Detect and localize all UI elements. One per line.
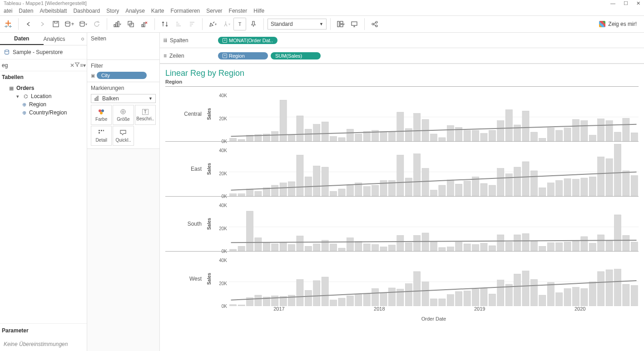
text-icon[interactable]: T [233,18,246,30]
maximize-icon[interactable]: ☐ [624,0,628,6]
menu-worksheet[interactable]: Arbeitsblatt [40,8,67,14]
close-icon[interactable]: ✕ [636,0,640,6]
chart-container: CentralSales0K20K40KEastSales0K20K40KSou… [160,86,644,351]
svg-rect-157 [430,242,437,251]
sort-asc-icon[interactable] [172,18,185,30]
row-pill-sales[interactable]: SUM(Sales) [271,52,321,59]
sort-desc-icon[interactable] [186,18,198,30]
plot-area[interactable] [229,87,639,141]
svg-rect-133 [230,249,237,251]
fit-dropdown[interactable]: Standard▼ [268,19,327,30]
menu-format[interactable]: Formatieren [171,8,200,14]
svg-rect-136 [255,238,262,251]
share-icon[interactable] [368,18,381,30]
viz-title[interactable]: Linear Reg by Region [160,64,644,79]
mark-size[interactable]: Größe [113,105,134,125]
plot-area[interactable] [229,252,639,306]
svg-rect-215 [489,294,495,306]
redo-icon[interactable] [36,18,49,30]
clear-sheet-icon[interactable] [138,18,151,30]
filter-pill-city[interactable]: City [97,72,147,79]
menu-window[interactable]: Fenster [229,8,248,14]
menu-map[interactable]: Karte [151,8,164,14]
highlight-icon[interactable]: ▾ [206,18,219,30]
swap-icon[interactable] [159,18,171,30]
pages-shelf[interactable]: Seiten [87,33,159,60]
search-input[interactable] [2,62,70,69]
field-region[interactable]: ⊕Region [2,100,85,109]
menu-analysis[interactable]: Analyse [125,8,145,14]
pin-icon[interactable] [247,18,260,30]
folder-location[interactable]: ▾⌬Location [2,92,85,100]
svg-rect-61 [481,133,487,141]
svg-rect-20 [98,96,99,101]
menu-dashboard[interactable]: Dashboard [73,8,100,14]
parameter-label: Parameter [0,323,87,337]
svg-point-2 [80,21,84,23]
table-orders[interactable]: ▦Orders [2,84,85,92]
mark-type-dropdown[interactable]: Balken▼ [91,94,156,103]
show-me-button[interactable]: Zeig es mir! [599,21,642,27]
group-icon[interactable]: ▾ [220,18,233,30]
svg-rect-200 [363,294,370,306]
rows-shelf[interactable]: ≡Zeilen +Region SUM(Sales) [160,48,644,64]
svg-rect-147 [347,238,353,251]
svg-rect-206 [414,272,421,306]
svg-rect-229 [606,270,613,306]
refresh-icon[interactable] [90,18,103,30]
svg-rect-165 [497,235,504,251]
filter-icon[interactable] [74,62,80,69]
svg-rect-153 [397,235,404,251]
menu-file[interactable]: atei [4,8,12,14]
undo-icon[interactable] [22,18,35,30]
clear-search-icon[interactable]: ✕ [70,62,74,69]
facet-central: CentralSales0K20K40K [165,86,639,141]
svg-rect-36 [272,132,278,141]
duplicate-icon[interactable] [124,18,137,30]
show-cards-icon[interactable]: ▾ [334,18,347,30]
menu-help[interactable]: Hilfe [253,8,264,14]
filter-context-icon: ▣ [91,73,95,78]
view-options-icon[interactable]: ≡▾ [80,62,86,69]
columns-shelf[interactable]: iiiSpalten +MONAT(Order Dat.. [160,33,644,48]
svg-rect-18 [95,99,96,101]
menu-server[interactable]: Server [206,8,222,14]
tab-analytics[interactable]: Analytics [44,33,87,45]
y-axis: Sales0K20K40K [206,197,229,251]
svg-rect-176 [589,243,596,251]
svg-rect-154 [405,242,412,251]
menu-data[interactable]: Daten [19,8,33,14]
svg-rect-49 [380,132,387,141]
new-datasource-icon[interactable]: + [63,18,76,30]
svg-rect-47 [363,132,370,141]
tab-data[interactable]: Daten [0,33,44,45]
new-worksheet-icon[interactable]: ▾ [111,18,124,30]
show-me-icon [599,21,605,27]
svg-rect-169 [530,241,537,251]
col-pill-month[interactable]: +MONAT(Order Dat.. [218,37,277,44]
menu-story[interactable]: Story [106,8,119,14]
minimize-icon[interactable]: — [610,0,615,6]
datasource-row[interactable]: Sample - Superstore [0,45,87,59]
facet-label: South [165,197,206,251]
mark-color[interactable]: Farbe [91,105,112,125]
plot-area[interactable] [229,197,639,251]
svg-rect-114 [497,168,504,196]
svg-rect-225 [572,287,579,306]
mark-label[interactable]: TBeschri.. [135,105,156,125]
svg-rect-120 [547,183,554,196]
filter-shelf[interactable]: Filter ▣ City [87,60,159,82]
save-icon[interactable] [50,18,62,30]
plot-area[interactable] [229,142,639,196]
tableau-logo-icon[interactable] [2,18,15,30]
svg-rect-226 [581,288,588,306]
presentation-icon[interactable] [348,18,361,30]
pause-updates-icon[interactable]: ▾ [77,18,89,30]
mark-detail[interactable]: Detail [91,126,112,146]
mark-tooltip[interactable]: QuickI.. [113,126,134,146]
svg-rect-127 [606,158,613,196]
svg-rect-4 [116,23,117,27]
field-country[interactable]: ⊕Country/Region [2,109,85,117]
row-pill-region[interactable]: +Region [218,52,268,59]
svg-rect-228 [598,272,604,306]
